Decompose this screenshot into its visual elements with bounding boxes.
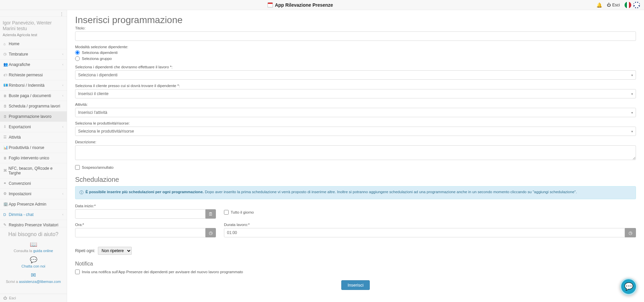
mode-option-dipendenti[interactable]: Seleziona dipendenti: [75, 50, 636, 55]
field-start-date: Data inizio:* 🗓: [75, 204, 216, 219]
duration-label: Durata lavoro:*: [224, 223, 636, 227]
admin-icon: 🏢: [3, 202, 9, 206]
notify-title: Notifica: [75, 261, 636, 267]
submit-button[interactable]: Inserisci: [341, 280, 370, 290]
chat-link[interactable]: Chatta con noi: [21, 264, 45, 268]
chat-icon: D: [3, 213, 9, 217]
activity-select[interactable]: Inserisci l'attività ▾: [75, 108, 636, 117]
nav-convenzioni[interactable]: ⚭Convenzioni: [0, 178, 67, 189]
chat-widget-button[interactable]: 💬: [620, 278, 637, 295]
nav-anagrafiche[interactable]: 👥Anagrafiche‹: [0, 60, 67, 70]
nav-richieste[interactable]: 🏷Richieste permessi: [0, 70, 67, 80]
field-client: Seleziona il cliente presso cui si dovrà…: [75, 84, 636, 98]
titolo-label: Titolo:: [75, 26, 636, 30]
repeat-label: Ripeti ogni:: [75, 248, 95, 253]
start-date-input[interactable]: [75, 209, 206, 219]
topbar: App Rilevazione Presenze 🔔 ⏻ Esci: [0, 0, 644, 10]
sheet-icon: 🗎: [3, 156, 9, 160]
power-icon: ⏻: [3, 296, 7, 300]
caret-down-icon: ▾: [631, 73, 633, 77]
caret-down-icon: ▾: [631, 92, 633, 96]
topbar-right: 🔔 ⏻ Esci: [596, 2, 640, 8]
field-suspended[interactable]: Sospeso/annullato: [75, 165, 636, 170]
suspended-checkbox[interactable]: [75, 165, 80, 170]
nav-buste[interactable]: 🗎Buste paga / documenti‹: [0, 91, 67, 101]
time-button[interactable]: ◷: [206, 228, 216, 237]
nav-attivita[interactable]: ☰Attività: [0, 132, 67, 143]
power-icon: ⏻: [607, 3, 611, 7]
book-icon: 📖: [3, 241, 64, 248]
time-input[interactable]: [75, 228, 206, 237]
nav-dimmia[interactable]: DDimmia - chat‹: [0, 210, 67, 220]
mail-link[interactable]: assistenza@libemax.com: [19, 280, 61, 284]
employees-select[interactable]: Seleziona i dipendenti ▾: [75, 70, 636, 80]
logout-label: Esci: [612, 3, 620, 7]
chevron-left-icon: ‹: [62, 125, 63, 129]
list-icon: ☰: [3, 135, 9, 139]
nav-rimborsi[interactable]: 💶Rimborsi / Indennità‹: [0, 80, 67, 91]
duration-button[interactable]: ◷: [625, 228, 636, 237]
nav-nfc[interactable]: ⌘NFC, beacon, QRcode e Targhe: [0, 163, 67, 178]
field-allday[interactable]: Tutto il giorno: [224, 210, 636, 215]
mode-option-gruppo[interactable]: Seleziona gruppo: [75, 56, 636, 61]
caret-down-icon: ▾: [631, 111, 633, 115]
field-titolo: Titolo:: [75, 26, 636, 41]
app-title: App Rilevazione Presenze: [275, 2, 333, 8]
home-icon: ⌂: [3, 42, 9, 46]
radio-gruppo[interactable]: [75, 56, 80, 61]
prod-select[interactable]: Seleziona le produttività/risorse ▾: [75, 127, 636, 136]
client-select[interactable]: Inserisci il cliente ▾: [75, 89, 636, 98]
field-description: Descrizione:: [75, 140, 636, 161]
desc-textarea[interactable]: [75, 145, 636, 160]
app-logo-icon: [268, 2, 273, 8]
main-content: Inserisci programmazione Titolo: Modalit…: [67, 10, 644, 302]
guide-link[interactable]: guida online: [33, 249, 53, 253]
field-duration: Durata lavoro:* ◷: [224, 223, 636, 237]
language-flags: [625, 2, 640, 8]
nav-timbrature[interactable]: ◷Timbrature‹: [0, 49, 67, 60]
nav-home[interactable]: ⌂Home: [0, 39, 67, 49]
sched-title: Schedulazione: [75, 176, 636, 183]
allday-checkbox[interactable]: [224, 210, 229, 215]
logout-link[interactable]: ⏻ Esci: [607, 3, 620, 7]
notify-checkbox[interactable]: [75, 270, 80, 274]
sidebar-collapse-button[interactable]: ⋮: [0, 10, 67, 17]
speech-bubble-icon: 💬: [624, 282, 633, 291]
calendar-icon: 🗓: [209, 212, 213, 217]
repeat-select[interactable]: Non ripetere: [98, 247, 132, 255]
nav-schedula[interactable]: 🗓Schedula / programma lavori: [0, 101, 67, 111]
calendar-icon: 🗓: [3, 104, 9, 108]
users-icon: 👥: [3, 62, 9, 67]
titolo-input[interactable]: [75, 31, 636, 41]
calendar-icon: 🗓: [3, 115, 9, 119]
sidebar-footer-logout[interactable]: ⏻ Esci: [0, 294, 67, 302]
chevron-left-icon: ‹: [62, 192, 63, 196]
calendar-button[interactable]: 🗓: [206, 209, 216, 219]
user-company: Azienda Agricola test: [3, 33, 64, 37]
field-notify[interactable]: Invia una notifica sull'App Presenze dei…: [75, 270, 636, 274]
flag-italian-icon[interactable]: [625, 2, 631, 8]
mail-icon: ✉: [3, 272, 64, 279]
mode-label: Modalità selezione dipendente:: [75, 45, 636, 49]
money-icon: 💶: [3, 83, 9, 87]
nav-foglio[interactable]: 🗎Foglio intervento unico: [0, 153, 67, 163]
duration-input[interactable]: [224, 228, 625, 237]
help-guide: 📖 Consulta la guida online: [3, 241, 64, 253]
radio-dipendenti[interactable]: [75, 50, 80, 55]
client-label: Seleziona il cliente presso cui si dovrà…: [75, 84, 636, 88]
clock-icon: ◷: [209, 230, 213, 235]
info-text: È possibile inserire più schedulazioni p…: [85, 190, 577, 194]
nav-impostazioni[interactable]: ⚙Impostazioni‹: [0, 189, 67, 199]
notifications-icon[interactable]: 🔔: [596, 2, 602, 8]
nav-app-admin[interactable]: 🏢App Presenze Admin: [0, 199, 67, 210]
nfc-icon: ⌘: [3, 168, 8, 173]
nav-programmazione[interactable]: 🗓Programmazione lavoro: [0, 111, 67, 122]
document-icon: 🗎: [3, 94, 9, 98]
flag-english-icon[interactable]: [633, 2, 640, 8]
help-mail: ✉ Scrivi a assistenza@libemax.com: [3, 272, 64, 284]
sidebar-nav: ⌂Home ◷Timbrature‹ 👥Anagrafiche‹ 🏷Richie…: [0, 39, 67, 227]
nav-registro[interactable]: ✎Registro Presenze Visitatori: [0, 220, 67, 227]
nav-esportazioni[interactable]: ⇩Esportazioni‹: [0, 122, 67, 132]
chevron-left-icon: ‹: [62, 83, 63, 87]
nav-produttivita[interactable]: 📊Produttività / risorse: [0, 143, 67, 153]
